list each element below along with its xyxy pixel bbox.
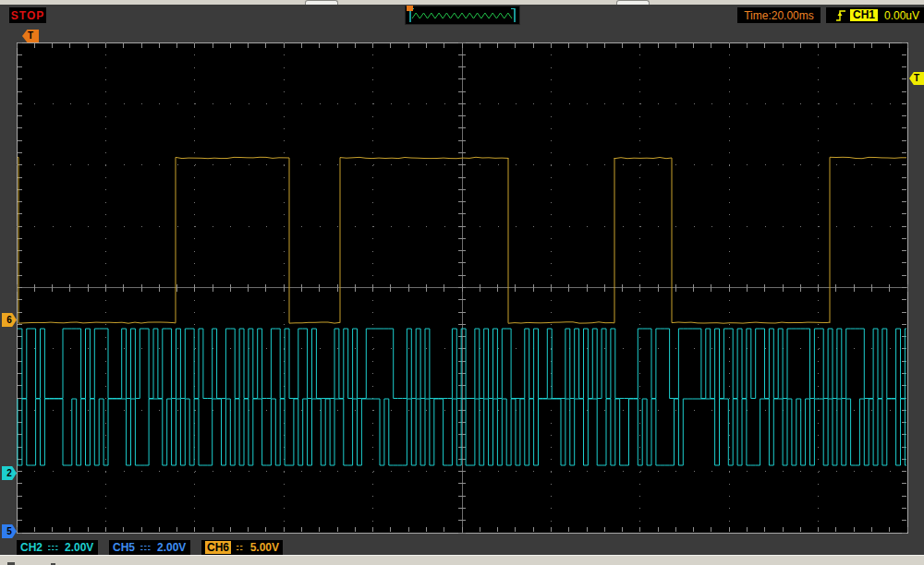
- ch6-volts-per-div: 5.00V: [250, 541, 279, 554]
- ch5-label: CH5: [113, 541, 135, 554]
- window-edge-bottom: [0, 555, 924, 565]
- ch2-badge[interactable]: CH2 2.00V: [17, 540, 98, 555]
- oscilloscope-app: STOP Time:20.00ms CH1 0.00uV T T 6 2 5 C…: [0, 0, 924, 565]
- channel-bar: CH2 2.00V CH5 2.00V CH6 5.00V: [0, 540, 924, 555]
- ch5-volts-per-div: 2.00V: [157, 541, 186, 554]
- scope-display: [0, 0, 924, 565]
- ch2-label: CH2: [20, 541, 43, 554]
- ch5-badge[interactable]: CH5 2.00V: [109, 540, 190, 555]
- ch2-volts-per-div: 2.00V: [65, 541, 93, 554]
- ch6-badge[interactable]: CH6 5.00V: [201, 540, 283, 555]
- ch6-coupling-icon: [237, 545, 244, 551]
- ch2-coupling-icon: [48, 545, 58, 551]
- ch5-coupling-icon: [140, 545, 151, 551]
- ch6-label: CH6: [205, 541, 231, 554]
